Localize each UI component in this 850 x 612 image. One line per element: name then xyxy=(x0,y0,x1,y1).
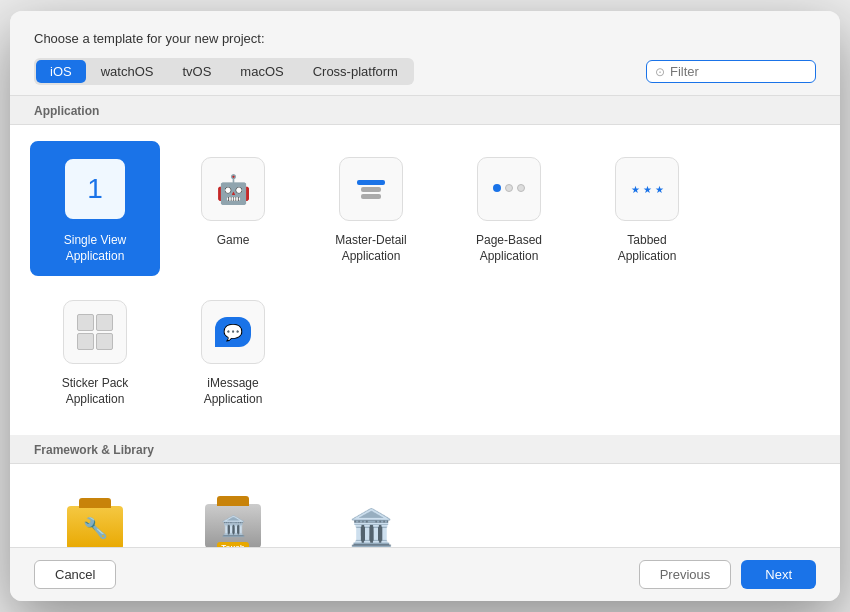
template-cocoa-static[interactable]: 🏛️ Touch Cocoa Touch Static Library xyxy=(168,480,298,548)
tab-tvos[interactable]: tvOS xyxy=(168,60,225,83)
template-name-page-based: Page-BasedApplication xyxy=(476,233,542,264)
template-page-based[interactable]: Page-BasedApplication xyxy=(444,141,574,276)
tab-crossplatform[interactable]: Cross-platform xyxy=(299,60,412,83)
tab-watchos[interactable]: watchOS xyxy=(87,60,168,83)
template-sticker-pack[interactable]: Sticker PackApplication xyxy=(30,284,160,419)
template-game[interactable]: 🤖 Game xyxy=(168,141,298,276)
tabs-bar: iOS watchOS tvOS macOS Cross-platform ⊙ xyxy=(34,58,816,85)
filter-input-wrap: ⊙ xyxy=(646,60,816,83)
template-master-detail[interactable]: Master-DetailApplication xyxy=(306,141,436,276)
new-project-dialog: Choose a template for your new project: … xyxy=(10,11,840,601)
game-icon: 🤖 xyxy=(197,153,269,225)
dialog-footer: Cancel Previous Next xyxy=(10,548,840,601)
metal-library-icon: 🏛️ xyxy=(335,492,407,548)
framework-templates-grid: 🔧 Cocoa Touch Framework 🏛️ Touch Co xyxy=(10,464,840,548)
template-name-sticker-pack: Sticker PackApplication xyxy=(62,376,129,407)
previous-button[interactable]: Previous xyxy=(639,560,732,589)
filter-input[interactable] xyxy=(670,64,807,79)
sticker-pack-icon xyxy=(59,296,131,368)
cocoa-framework-icon: 🔧 xyxy=(59,492,131,548)
template-tabbed[interactable]: ★ ★ ★ TabbedApplication xyxy=(582,141,712,276)
template-cocoa-framework[interactable]: 🔧 Cocoa Touch Framework xyxy=(30,480,160,548)
template-name-master-detail: Master-DetailApplication xyxy=(335,233,406,264)
dialog-title: Choose a template for your new project: xyxy=(34,31,816,46)
section-header-framework: Framework & Library xyxy=(10,435,840,464)
template-name-tabbed: TabbedApplication xyxy=(618,233,677,264)
template-single-view[interactable]: 1 Single View Application xyxy=(30,141,160,276)
dialog-header: Choose a template for your new project: … xyxy=(10,11,840,95)
template-name-imessage: iMessageApplication xyxy=(204,376,263,407)
tab-macos[interactable]: macOS xyxy=(226,60,297,83)
template-name-single-view: Single View Application xyxy=(40,233,150,264)
cocoa-static-icon: 🏛️ Touch xyxy=(197,492,269,548)
tab-ios[interactable]: iOS xyxy=(36,60,86,83)
platform-tab-group: iOS watchOS tvOS macOS Cross-platform xyxy=(34,58,414,85)
template-metal-library[interactable]: 🏛️ Metal Library xyxy=(306,480,436,548)
cancel-button[interactable]: Cancel xyxy=(34,560,116,589)
footer-right: Previous Next xyxy=(639,560,816,589)
application-templates-grid: 1 Single View Application 🤖 Game xyxy=(10,125,840,435)
page-based-icon xyxy=(473,153,545,225)
next-button[interactable]: Next xyxy=(741,560,816,589)
tabbed-icon: ★ ★ ★ xyxy=(611,153,683,225)
filter-icon: ⊙ xyxy=(655,65,665,79)
template-imessage[interactable]: 💬 iMessageApplication xyxy=(168,284,298,419)
single-view-icon: 1 xyxy=(59,153,131,225)
imessage-icon: 💬 xyxy=(197,296,269,368)
content-area: Application 1 Single View Application 🤖 … xyxy=(10,95,840,548)
master-detail-icon xyxy=(335,153,407,225)
template-name-game: Game xyxy=(217,233,250,249)
section-header-application: Application xyxy=(10,96,840,125)
